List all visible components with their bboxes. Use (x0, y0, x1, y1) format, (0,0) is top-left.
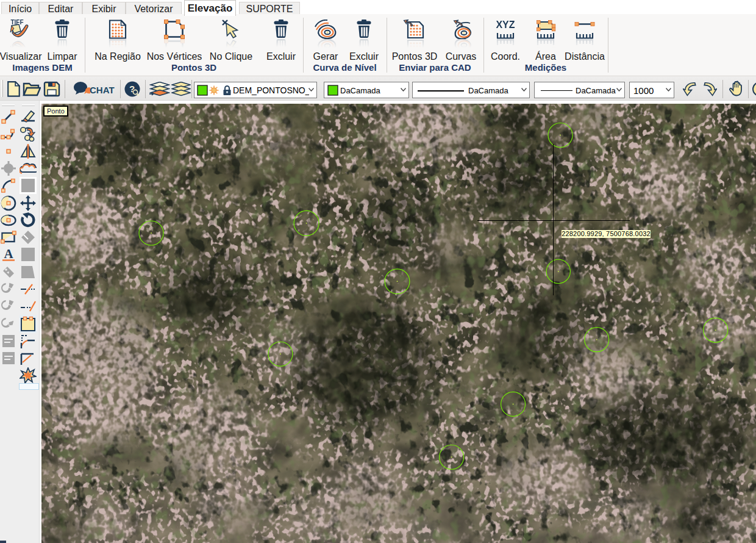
svg-text:?: ? (129, 84, 135, 94)
svg-text:A: A (4, 246, 13, 261)
